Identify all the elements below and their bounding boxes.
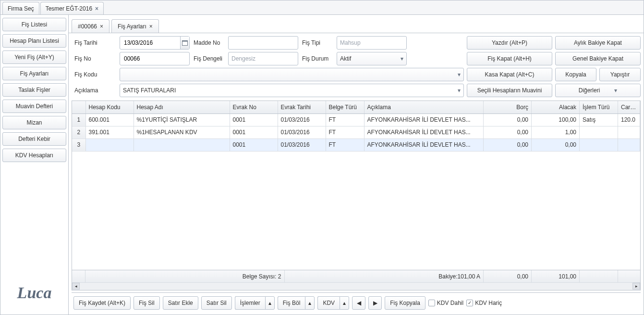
chevron-up-icon[interactable]: ▴	[265, 296, 275, 310]
aylik-bakiye-kapat-button[interactable]: Aylık Bakiye Kapat	[555, 36, 641, 50]
table-row[interactable]: 3 0001 01/03/2016 FT AFYONKARAHİSAR İLİ …	[72, 139, 640, 151]
fis-tarihi-field[interactable]	[123, 39, 180, 47]
kdv-dahil-checkbox[interactable]: KDV Dahil	[428, 300, 463, 306]
fis-kaydet-button[interactable]: Fiş Kaydet (Alt+K)	[73, 296, 131, 310]
cell-islem-turu[interactable]	[580, 139, 618, 151]
cell-islem-turu[interactable]: Satış	[580, 113, 618, 126]
cell-belge-turu[interactable]: FT	[326, 139, 364, 151]
cell-evrak-no[interactable]: 0001	[230, 139, 278, 151]
cell-aciklama[interactable]: AFYONKARAHİSAR İLİ DEVLET HAS...	[364, 126, 484, 139]
cell-cari[interactable]	[618, 139, 640, 151]
next-button[interactable]: ▶	[368, 296, 382, 310]
fis-bol-button[interactable]: Fiş Böl ▴	[278, 296, 315, 310]
checkbox-icon[interactable]: ✓	[466, 300, 473, 306]
cell-aciklama[interactable]: AFYONKARAHİSAR İLİ DEVLET HAS...	[364, 139, 484, 151]
chevron-up-icon[interactable]: ▴	[340, 296, 349, 310]
cell-hesap-adi[interactable]: %1HESAPLANAN KDV	[134, 126, 230, 139]
tab-tesmer[interactable]: Tesmer EĞT-2016 ×	[40, 2, 104, 14]
col-evrak-tarihi[interactable]: Evrak Tarihi	[278, 101, 326, 113]
kdv-haric-checkbox[interactable]: ✓ KDV Hariç	[466, 300, 502, 306]
close-icon[interactable]: ×	[100, 23, 103, 30]
col-hesap-kodu[interactable]: Hesap Kodu	[85, 101, 134, 113]
col-cari[interactable]: Cari H	[618, 101, 640, 113]
fis-kapat-button[interactable]: Fiş Kapat (Alt+H)	[467, 52, 552, 65]
sidebar-item-mizan[interactable]: Mizan	[2, 116, 66, 129]
cell-borc[interactable]: 0,00	[484, 126, 532, 139]
sidebar-item-yeni-fis[interactable]: Yeni Fiş (Alt+Y)	[2, 50, 66, 64]
cell-cari[interactable]	[618, 126, 640, 139]
col-rownum[interactable]	[72, 101, 85, 113]
fis-sil-button[interactable]: Fiş Sil	[134, 296, 160, 310]
scroll-left-icon[interactable]: ◂	[72, 283, 80, 290]
prev-button[interactable]: ◀	[352, 296, 365, 310]
tab-fis-00066[interactable]: #00066 ×	[72, 19, 109, 33]
input-madde-no[interactable]	[228, 36, 298, 50]
cell-belge-turu[interactable]: FT	[326, 113, 364, 126]
checkbox-icon[interactable]	[428, 300, 435, 306]
col-belge-turu[interactable]: Belge Türü	[326, 101, 364, 113]
satir-ekle-button[interactable]: Satır Ekle	[163, 296, 198, 310]
cell-hesap-kodu[interactable]: 391.001	[85, 126, 134, 139]
col-islem-turu[interactable]: İşlem Türü	[580, 101, 618, 113]
cell-hesap-adi[interactable]: %1YURTİÇİ SATIŞLAR	[134, 113, 230, 126]
secili-muavin-button[interactable]: Seçili Hesapların Muavini	[467, 84, 552, 97]
input-fis-tarihi[interactable]	[120, 36, 190, 50]
cell-evrak-no[interactable]: 0001	[230, 126, 278, 139]
digerleri-button[interactable]: Diğerleri ▾	[555, 84, 641, 97]
tab-firma-sec[interactable]: Firma Seç	[2, 2, 39, 14]
cell-evrak-no[interactable]: 0001	[230, 113, 278, 126]
col-aciklama[interactable]: Açıklama	[364, 101, 484, 113]
islemler-button[interactable]: İşlemler ▴	[235, 296, 275, 310]
col-borc[interactable]: Borç	[484, 101, 532, 113]
sidebar-item-muavin-defteri[interactable]: Muavin Defteri	[2, 100, 66, 113]
cell-evrak-tarihi[interactable]: 01/03/2016	[278, 113, 326, 126]
cell-cari[interactable]: 120.0	[618, 113, 640, 126]
cell-belge-turu[interactable]: FT	[326, 126, 364, 139]
cell-alacak[interactable]: 0,00	[532, 139, 580, 151]
cell-aciklama[interactable]: AFYONKARAHİSAR İLİ DEVLET HAS...	[364, 113, 484, 126]
sidebar-item-kdv-hesaplari[interactable]: KDV Hesapları	[2, 149, 66, 162]
kopyala-button[interactable]: Kopyala	[555, 68, 596, 81]
sidebar-item-taslak-fisler[interactable]: Taslak Fişler	[2, 83, 66, 97]
yazdir-button[interactable]: Yazdır (Alt+P)	[467, 36, 552, 50]
sidebar-item-fis-listesi[interactable]: Fiş Listesi	[2, 18, 66, 31]
select-fis-durum[interactable]: Aktif ▾	[337, 52, 407, 65]
col-alacak[interactable]: Alacak	[532, 101, 580, 113]
kasa-kapat-button[interactable]: Kasa Kapat (Alt+C)	[467, 68, 552, 81]
yapistir-button[interactable]: Yapıştır	[599, 68, 641, 81]
cell-evrak-tarihi[interactable]: 01/03/2016	[278, 126, 326, 139]
cell-alacak[interactable]: 1,00	[532, 126, 580, 139]
cell-borc[interactable]: 0,00	[484, 139, 532, 151]
horizontal-scrollbar[interactable]: ◂ ▸	[72, 282, 640, 290]
scroll-right-icon[interactable]: ▸	[632, 283, 640, 290]
satir-sil-button[interactable]: Satır Sil	[201, 296, 232, 310]
input-fis-no[interactable]	[120, 52, 190, 65]
sidebar-item-hesap-plani[interactable]: Hesap Planı Listesi	[2, 34, 66, 48]
kdv-button[interactable]: KDV ▴	[317, 296, 349, 310]
sidebar-item-defteri-kebir[interactable]: Defteri Kebir	[2, 132, 66, 146]
fis-no-field[interactable]	[123, 55, 186, 63]
cell-islem-turu[interactable]	[580, 126, 618, 139]
calendar-icon[interactable]	[180, 37, 189, 49]
chevron-up-icon[interactable]: ▴	[305, 296, 315, 310]
select-aciklama[interactable]: SATIŞ FATURALARI ▾	[120, 84, 464, 97]
cell-hesap-kodu[interactable]: 600.001	[85, 113, 134, 126]
cell-alacak[interactable]: 100,00	[532, 113, 580, 126]
col-hesap-adi[interactable]: Hesap Adı	[134, 101, 230, 113]
cell-borc[interactable]: 0,00	[484, 113, 532, 126]
genel-bakiye-kapat-button[interactable]: Genel Bakiye Kapat	[555, 52, 641, 65]
cell-evrak-tarihi[interactable]: 01/03/2016	[278, 139, 326, 151]
col-evrak-no[interactable]: Evrak No	[230, 101, 278, 113]
select-fis-kodu[interactable]: ▾	[120, 68, 464, 81]
madde-no-field[interactable]	[231, 39, 295, 47]
grid-table[interactable]: Hesap Kodu Hesap Adı Evrak No Evrak Tari…	[72, 101, 640, 151]
cell-hesap-kodu[interactable]	[85, 139, 134, 151]
close-icon[interactable]: ×	[95, 5, 98, 12]
sidebar-item-fis-ayarlari[interactable]: Fiş Ayarları	[2, 67, 66, 80]
fis-kopyala-button[interactable]: Fiş Kopyala	[385, 296, 425, 310]
table-row[interactable]: 2 391.001 %1HESAPLANAN KDV 0001 01/03/20…	[72, 126, 640, 139]
cell-hesap-adi[interactable]	[134, 139, 230, 151]
tab-fis-ayarlari[interactable]: Fiş Ayarları ×	[111, 19, 159, 33]
table-row[interactable]: 1 600.001 %1YURTİÇİ SATIŞLAR 0001 01/03/…	[72, 113, 640, 126]
close-icon[interactable]: ×	[149, 23, 153, 30]
